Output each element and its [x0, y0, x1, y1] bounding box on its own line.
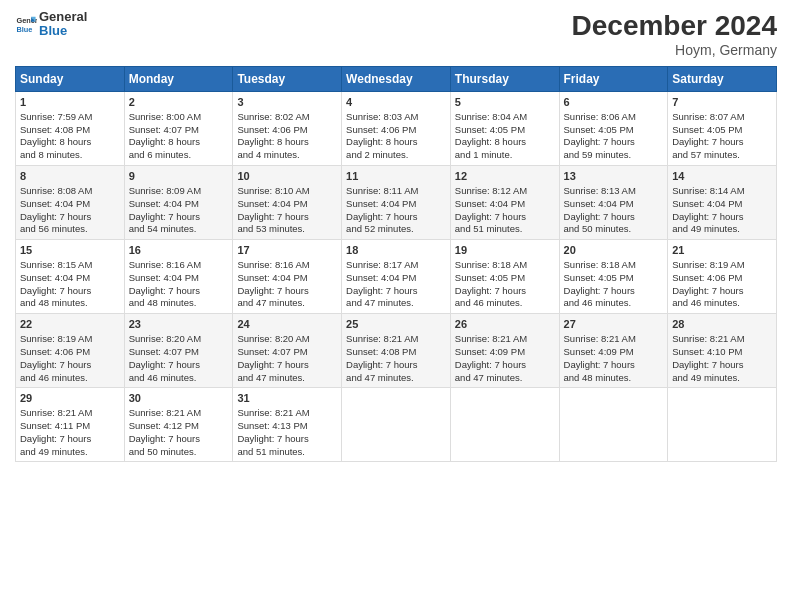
col-header-wednesday: Wednesday — [342, 67, 451, 92]
day-info-line: and 47 minutes. — [237, 372, 337, 385]
calendar-cell: 20Sunrise: 8:18 AMSunset: 4:05 PMDayligh… — [559, 240, 668, 314]
calendar-cell: 1Sunrise: 7:59 AMSunset: 4:08 PMDaylight… — [16, 92, 125, 166]
calendar-cell: 10Sunrise: 8:10 AMSunset: 4:04 PMDayligh… — [233, 166, 342, 240]
day-info-line: Daylight: 8 hours — [129, 136, 229, 149]
day-info-line: and 51 minutes. — [455, 223, 555, 236]
day-info-line: and 47 minutes. — [346, 297, 446, 310]
day-info-line: Sunset: 4:05 PM — [564, 124, 664, 137]
day-info-line: Sunset: 4:05 PM — [455, 124, 555, 137]
calendar-cell: 4Sunrise: 8:03 AMSunset: 4:06 PMDaylight… — [342, 92, 451, 166]
day-info-line: and 48 minutes. — [20, 297, 120, 310]
day-info-line: Sunset: 4:05 PM — [564, 272, 664, 285]
day-info-line: Sunset: 4:08 PM — [346, 346, 446, 359]
day-number: 14 — [672, 169, 772, 184]
day-number: 8 — [20, 169, 120, 184]
day-number: 4 — [346, 95, 446, 110]
day-info-line: Sunset: 4:04 PM — [455, 198, 555, 211]
calendar-week-2: 8Sunrise: 8:08 AMSunset: 4:04 PMDaylight… — [16, 166, 777, 240]
day-info-line: Sunset: 4:09 PM — [564, 346, 664, 359]
day-info-line: Sunset: 4:06 PM — [20, 346, 120, 359]
calendar-cell: 12Sunrise: 8:12 AMSunset: 4:04 PMDayligh… — [450, 166, 559, 240]
day-number: 29 — [20, 391, 120, 406]
day-info-line: Sunrise: 8:21 AM — [455, 333, 555, 346]
calendar-cell: 21Sunrise: 8:19 AMSunset: 4:06 PMDayligh… — [668, 240, 777, 314]
day-info-line: Sunset: 4:08 PM — [20, 124, 120, 137]
day-info-line: Daylight: 7 hours — [20, 285, 120, 298]
day-info-line: Daylight: 7 hours — [672, 285, 772, 298]
day-info-line: Sunrise: 8:21 AM — [129, 407, 229, 420]
day-number: 3 — [237, 95, 337, 110]
calendar-cell — [342, 388, 451, 462]
day-info-line: and 8 minutes. — [20, 149, 120, 162]
day-number: 15 — [20, 243, 120, 258]
day-number: 12 — [455, 169, 555, 184]
calendar-table: SundayMondayTuesdayWednesdayThursdayFrid… — [15, 66, 777, 462]
day-info-line: Sunset: 4:12 PM — [129, 420, 229, 433]
day-info-line: Sunrise: 8:15 AM — [20, 259, 120, 272]
calendar-week-3: 15Sunrise: 8:15 AMSunset: 4:04 PMDayligh… — [16, 240, 777, 314]
day-info-line: Sunrise: 8:10 AM — [237, 185, 337, 198]
day-info-line: Sunrise: 8:18 AM — [455, 259, 555, 272]
calendar-cell: 7Sunrise: 8:07 AMSunset: 4:05 PMDaylight… — [668, 92, 777, 166]
day-info-line: Sunset: 4:04 PM — [129, 198, 229, 211]
day-info-line: Daylight: 7 hours — [672, 211, 772, 224]
day-number: 7 — [672, 95, 772, 110]
day-info-line: and 2 minutes. — [346, 149, 446, 162]
day-info-line: Sunset: 4:05 PM — [455, 272, 555, 285]
day-info-line: and 59 minutes. — [564, 149, 664, 162]
col-header-sunday: Sunday — [16, 67, 125, 92]
day-info-line: Daylight: 7 hours — [346, 211, 446, 224]
calendar-cell: 27Sunrise: 8:21 AMSunset: 4:09 PMDayligh… — [559, 314, 668, 388]
day-number: 11 — [346, 169, 446, 184]
day-number: 6 — [564, 95, 664, 110]
day-info-line: and 46 minutes. — [129, 372, 229, 385]
day-info-line: Sunset: 4:04 PM — [129, 272, 229, 285]
calendar-cell: 6Sunrise: 8:06 AMSunset: 4:05 PMDaylight… — [559, 92, 668, 166]
day-info-line: Sunrise: 8:19 AM — [20, 333, 120, 346]
day-info-line: and 56 minutes. — [20, 223, 120, 236]
day-number: 2 — [129, 95, 229, 110]
day-info-line: Daylight: 7 hours — [237, 211, 337, 224]
calendar-cell: 23Sunrise: 8:20 AMSunset: 4:07 PMDayligh… — [124, 314, 233, 388]
day-number: 18 — [346, 243, 446, 258]
day-number: 30 — [129, 391, 229, 406]
day-info-line: Sunset: 4:04 PM — [20, 198, 120, 211]
day-info-line: Daylight: 7 hours — [346, 285, 446, 298]
day-info-line: Sunset: 4:09 PM — [455, 346, 555, 359]
calendar-cell: 19Sunrise: 8:18 AMSunset: 4:05 PMDayligh… — [450, 240, 559, 314]
col-header-thursday: Thursday — [450, 67, 559, 92]
day-info-line: Sunrise: 8:07 AM — [672, 111, 772, 124]
day-info-line: Daylight: 7 hours — [455, 359, 555, 372]
day-info-line: Daylight: 8 hours — [346, 136, 446, 149]
day-info-line: Sunset: 4:07 PM — [129, 346, 229, 359]
day-info-line: and 46 minutes. — [455, 297, 555, 310]
day-info-line: Daylight: 7 hours — [237, 285, 337, 298]
calendar-cell: 8Sunrise: 8:08 AMSunset: 4:04 PMDaylight… — [16, 166, 125, 240]
day-info-line: and 49 minutes. — [20, 446, 120, 459]
day-info-line: Sunset: 4:05 PM — [672, 124, 772, 137]
day-info-line: Daylight: 7 hours — [672, 359, 772, 372]
day-info-line: Sunset: 4:04 PM — [346, 272, 446, 285]
calendar-week-4: 22Sunrise: 8:19 AMSunset: 4:06 PMDayligh… — [16, 314, 777, 388]
day-info-line: Daylight: 7 hours — [672, 136, 772, 149]
day-info-line: Sunrise: 8:13 AM — [564, 185, 664, 198]
day-info-line: and 57 minutes. — [672, 149, 772, 162]
day-info-line: Sunset: 4:07 PM — [129, 124, 229, 137]
day-info-line: and 46 minutes. — [564, 297, 664, 310]
logo-icon: General Blue — [15, 13, 37, 35]
day-number: 10 — [237, 169, 337, 184]
day-info-line: Daylight: 7 hours — [20, 359, 120, 372]
calendar-cell: 13Sunrise: 8:13 AMSunset: 4:04 PMDayligh… — [559, 166, 668, 240]
calendar-cell: 11Sunrise: 8:11 AMSunset: 4:04 PMDayligh… — [342, 166, 451, 240]
day-info-line: Sunrise: 8:17 AM — [346, 259, 446, 272]
day-info-line: Sunset: 4:04 PM — [564, 198, 664, 211]
day-info-line: and 50 minutes. — [129, 446, 229, 459]
day-info-line: and 46 minutes. — [20, 372, 120, 385]
day-info-line: Daylight: 7 hours — [129, 359, 229, 372]
day-info-line: and 6 minutes. — [129, 149, 229, 162]
day-info-line: Daylight: 7 hours — [20, 433, 120, 446]
day-number: 28 — [672, 317, 772, 332]
day-info-line: Sunset: 4:13 PM — [237, 420, 337, 433]
day-number: 23 — [129, 317, 229, 332]
col-header-monday: Monday — [124, 67, 233, 92]
